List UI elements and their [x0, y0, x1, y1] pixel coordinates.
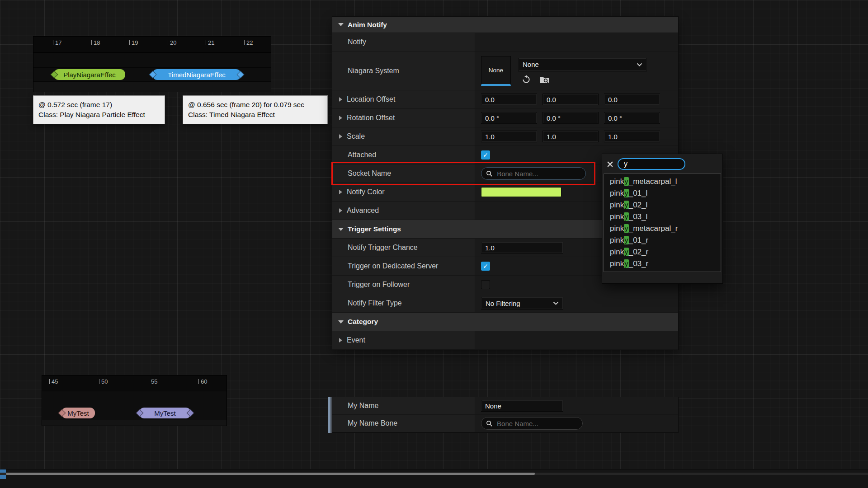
expand-arrow-icon[interactable]: [339, 116, 342, 120]
property-label: Location Offset: [347, 95, 395, 103]
attached-checkbox[interactable]: ✓: [481, 150, 490, 160]
notify-label[interactable]: PlayNiagaraEffec: [54, 69, 125, 80]
notify-lane[interactable]: MyTest MyTest: [42, 406, 226, 420]
clear-search-icon[interactable]: [607, 161, 613, 168]
notify-track-bottom: 45 50 55 60 MyTest MyTest: [42, 375, 227, 426]
bone-picker-popup: pinky_metacarpal_l pinky_01_l pinky_02_l…: [602, 154, 723, 284]
property-label: Notify: [348, 38, 366, 46]
section-category[interactable]: Category: [332, 313, 678, 331]
use-selected-asset-icon[interactable]: [522, 75, 532, 84]
socket-name-search[interactable]: [481, 167, 586, 180]
bottom-bar: [0, 469, 868, 488]
notify-label[interactable]: MyTest: [61, 408, 95, 418]
property-label: Event: [347, 336, 365, 344]
property-label: Niagara System: [348, 67, 399, 75]
row-rotation-offset: Rotation Offset: [332, 109, 678, 127]
horizontal-scrollbar-thumb[interactable]: [6, 473, 535, 475]
asset-thumbnail-label: None: [489, 67, 503, 74]
collapse-arrow-icon[interactable]: [338, 23, 344, 26]
notify-timed-niagara[interactable]: TimedNiagaraEffec: [150, 69, 243, 80]
trigger-chance-field[interactable]: [481, 242, 563, 253]
section-anim-notify[interactable]: Anim Notify: [332, 17, 678, 33]
track-lane[interactable]: [42, 391, 226, 406]
property-label: Scale: [347, 132, 365, 141]
track-lane[interactable]: [33, 81, 271, 92]
notify-filter-dropdown[interactable]: No Filtering: [481, 297, 563, 310]
expand-arrow-icon[interactable]: [339, 338, 342, 343]
location-z-field[interactable]: [604, 94, 660, 105]
bone-list-item[interactable]: pinky_metacarpal_l: [604, 176, 721, 188]
search-icon: [486, 170, 493, 178]
row-event: Event: [332, 331, 678, 350]
notify-play-niagara[interactable]: PlayNiagaraEffec: [52, 69, 122, 80]
scale-x-field[interactable]: [481, 131, 537, 142]
bone-list-item[interactable]: pinky_03_r: [604, 258, 721, 270]
notify-color-swatch[interactable]: [481, 187, 561, 197]
location-y-field[interactable]: [542, 94, 599, 105]
frame-tick: 45: [49, 379, 58, 384]
tooltip-class: Class: Timed Niagara Effect: [188, 110, 322, 120]
tooltip-time: @ 0.572 sec (frame 17): [38, 100, 160, 110]
frame-tick: 55: [149, 379, 157, 384]
frame-tick: 20: [168, 40, 176, 45]
dedicated-server-checkbox[interactable]: ✓: [481, 262, 490, 271]
scale-z-field[interactable]: [604, 131, 660, 142]
section-title: Trigger Settings: [348, 225, 401, 233]
notify-tooltip: @ 0.656 sec (frame 20) for 0.079 sec Cla…: [183, 95, 328, 124]
property-label: Trigger on Follower: [348, 281, 410, 289]
row-niagara-system: Niagara System None None: [332, 52, 678, 90]
bone-list-item[interactable]: pinky_03_l: [604, 211, 721, 223]
collapse-arrow-icon[interactable]: [338, 228, 344, 231]
property-label: My Name: [348, 402, 378, 410]
my-name-bone-input[interactable]: [496, 419, 578, 428]
track-lane[interactable]: [33, 53, 271, 68]
notify-lane[interactable]: PlayNiagaraEffec TimedNiagaraEffec: [33, 68, 271, 81]
frame-tick: 60: [198, 379, 207, 384]
frame-tick: 17: [53, 40, 61, 45]
bone-list-item[interactable]: pinky_metacarpal_r: [604, 223, 721, 235]
notify-mytest-2[interactable]: MyTest: [137, 408, 193, 418]
collapse-arrow-icon[interactable]: [338, 320, 344, 324]
notify-label[interactable]: MyTest: [139, 408, 191, 418]
track-lane[interactable]: [42, 420, 226, 426]
location-x-field[interactable]: [481, 94, 537, 105]
socket-name-input[interactable]: [496, 169, 581, 178]
section-title: Anim Notify: [348, 21, 387, 29]
expand-arrow-icon[interactable]: [339, 97, 342, 102]
property-label: My Name Bone: [348, 419, 397, 427]
my-name-field[interactable]: [481, 400, 563, 412]
bone-list-item[interactable]: pinky_02_r: [604, 246, 721, 258]
scale-y-field[interactable]: [542, 131, 599, 142]
timeline-ruler[interactable]: 17 18 19 20 21 22: [33, 37, 271, 53]
bone-search-input[interactable]: [623, 160, 680, 169]
search-icon: [486, 420, 493, 427]
browse-to-asset-icon[interactable]: [540, 75, 550, 84]
expand-arrow-icon[interactable]: [339, 134, 342, 139]
bone-search-box[interactable]: [618, 158, 685, 170]
timeline-ruler[interactable]: 45 50 55 60: [42, 375, 226, 391]
property-label: Notify Filter Type: [348, 299, 402, 307]
notify-track-top: 17 18 19 20 21 22 PlayNiagaraEffec Timed…: [33, 36, 271, 92]
expand-arrow-icon[interactable]: [339, 190, 342, 194]
rotation-x-field[interactable]: [481, 112, 537, 124]
rotation-z-field[interactable]: [604, 112, 660, 124]
bone-list-item[interactable]: pinky_01_r: [604, 235, 721, 246]
bone-list-item[interactable]: pinky_01_l: [604, 188, 721, 199]
niagara-system-dropdown[interactable]: None: [518, 58, 647, 71]
notify-mytest-1[interactable]: MyTest: [59, 408, 92, 418]
row-notify: Notify: [332, 33, 678, 52]
property-label: Rotation Offset: [347, 114, 395, 122]
bone-list-item[interactable]: pinky_02_l: [604, 199, 721, 211]
property-label: Socket Name: [348, 169, 391, 178]
follower-checkbox[interactable]: [481, 280, 490, 289]
notify-label[interactable]: TimedNiagaraEffec: [152, 69, 241, 80]
frame-tick: 21: [206, 40, 214, 45]
row-notify-filter-type: Notify Filter Type No Filtering: [332, 294, 678, 313]
my-name-bone-search[interactable]: [481, 417, 583, 430]
asset-thumbnail[interactable]: None: [481, 56, 511, 86]
property-label: Attached: [348, 151, 376, 159]
frame-tick: 18: [91, 40, 100, 45]
expand-arrow-icon[interactable]: [339, 208, 342, 213]
rotation-y-field[interactable]: [542, 112, 599, 124]
anim-editor-canvas: 17 18 19 20 21 22 PlayNiagaraEffec Timed…: [0, 0, 868, 488]
